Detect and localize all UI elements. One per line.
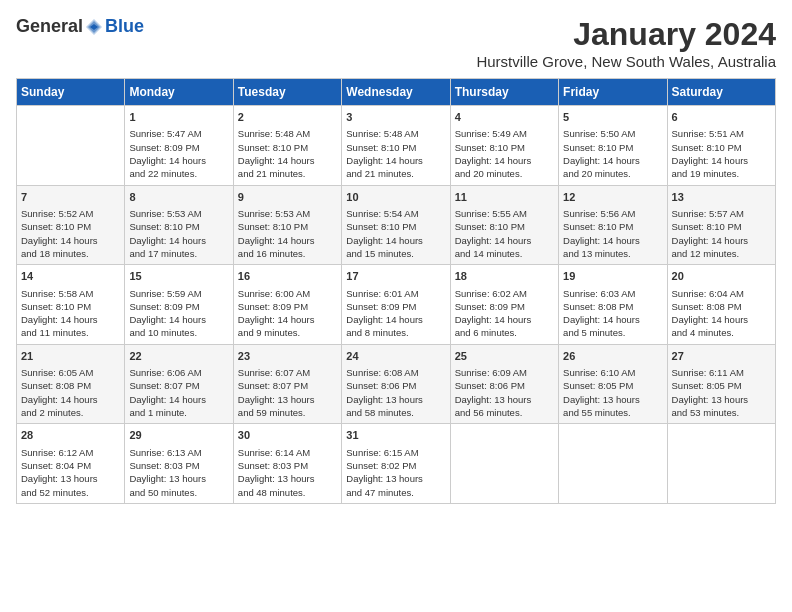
calendar-cell: 29Sunrise: 6:13 AM Sunset: 8:03 PM Dayli… bbox=[125, 424, 233, 504]
calendar-cell: 23Sunrise: 6:07 AM Sunset: 8:07 PM Dayli… bbox=[233, 344, 341, 424]
day-number: 9 bbox=[238, 190, 337, 205]
calendar-cell: 2Sunrise: 5:48 AM Sunset: 8:10 PM Daylig… bbox=[233, 106, 341, 186]
day-number: 20 bbox=[672, 269, 771, 284]
logo-general-text: General bbox=[16, 16, 83, 37]
day-number: 5 bbox=[563, 110, 662, 125]
calendar-cell: 9Sunrise: 5:53 AM Sunset: 8:10 PM Daylig… bbox=[233, 185, 341, 265]
day-number: 10 bbox=[346, 190, 445, 205]
day-info: Sunrise: 5:57 AM Sunset: 8:10 PM Dayligh… bbox=[672, 207, 771, 260]
day-number: 2 bbox=[238, 110, 337, 125]
day-number: 3 bbox=[346, 110, 445, 125]
day-number: 26 bbox=[563, 349, 662, 364]
calendar-cell: 27Sunrise: 6:11 AM Sunset: 8:05 PM Dayli… bbox=[667, 344, 775, 424]
column-header-wednesday: Wednesday bbox=[342, 79, 450, 106]
calendar-cell: 24Sunrise: 6:08 AM Sunset: 8:06 PM Dayli… bbox=[342, 344, 450, 424]
calendar-cell: 18Sunrise: 6:02 AM Sunset: 8:09 PM Dayli… bbox=[450, 265, 558, 345]
day-info: Sunrise: 6:02 AM Sunset: 8:09 PM Dayligh… bbox=[455, 287, 554, 340]
day-info: Sunrise: 5:48 AM Sunset: 8:10 PM Dayligh… bbox=[346, 127, 445, 180]
calendar-cell bbox=[667, 424, 775, 504]
calendar-cell: 13Sunrise: 5:57 AM Sunset: 8:10 PM Dayli… bbox=[667, 185, 775, 265]
day-info: Sunrise: 6:05 AM Sunset: 8:08 PM Dayligh… bbox=[21, 366, 120, 419]
calendar-cell bbox=[559, 424, 667, 504]
day-info: Sunrise: 5:59 AM Sunset: 8:09 PM Dayligh… bbox=[129, 287, 228, 340]
logo-icon bbox=[85, 18, 103, 36]
day-info: Sunrise: 6:14 AM Sunset: 8:03 PM Dayligh… bbox=[238, 446, 337, 499]
day-info: Sunrise: 5:51 AM Sunset: 8:10 PM Dayligh… bbox=[672, 127, 771, 180]
day-info: Sunrise: 5:52 AM Sunset: 8:10 PM Dayligh… bbox=[21, 207, 120, 260]
day-number: 23 bbox=[238, 349, 337, 364]
day-info: Sunrise: 6:07 AM Sunset: 8:07 PM Dayligh… bbox=[238, 366, 337, 419]
calendar-cell: 16Sunrise: 6:00 AM Sunset: 8:09 PM Dayli… bbox=[233, 265, 341, 345]
column-header-friday: Friday bbox=[559, 79, 667, 106]
day-info: Sunrise: 5:47 AM Sunset: 8:09 PM Dayligh… bbox=[129, 127, 228, 180]
day-info: Sunrise: 6:01 AM Sunset: 8:09 PM Dayligh… bbox=[346, 287, 445, 340]
day-info: Sunrise: 6:03 AM Sunset: 8:08 PM Dayligh… bbox=[563, 287, 662, 340]
calendar-cell: 12Sunrise: 5:56 AM Sunset: 8:10 PM Dayli… bbox=[559, 185, 667, 265]
calendar-cell: 11Sunrise: 5:55 AM Sunset: 8:10 PM Dayli… bbox=[450, 185, 558, 265]
column-header-thursday: Thursday bbox=[450, 79, 558, 106]
day-info: Sunrise: 6:15 AM Sunset: 8:02 PM Dayligh… bbox=[346, 446, 445, 499]
calendar-week-row: 1Sunrise: 5:47 AM Sunset: 8:09 PM Daylig… bbox=[17, 106, 776, 186]
column-header-saturday: Saturday bbox=[667, 79, 775, 106]
calendar-week-row: 7Sunrise: 5:52 AM Sunset: 8:10 PM Daylig… bbox=[17, 185, 776, 265]
day-info: Sunrise: 5:48 AM Sunset: 8:10 PM Dayligh… bbox=[238, 127, 337, 180]
day-number: 6 bbox=[672, 110, 771, 125]
day-number: 12 bbox=[563, 190, 662, 205]
calendar-cell: 30Sunrise: 6:14 AM Sunset: 8:03 PM Dayli… bbox=[233, 424, 341, 504]
calendar-cell: 10Sunrise: 5:54 AM Sunset: 8:10 PM Dayli… bbox=[342, 185, 450, 265]
day-info: Sunrise: 6:06 AM Sunset: 8:07 PM Dayligh… bbox=[129, 366, 228, 419]
page-title: January 2024 bbox=[476, 16, 776, 53]
calendar-week-row: 21Sunrise: 6:05 AM Sunset: 8:08 PM Dayli… bbox=[17, 344, 776, 424]
day-number: 4 bbox=[455, 110, 554, 125]
logo: General Blue bbox=[16, 16, 144, 37]
calendar-cell: 8Sunrise: 5:53 AM Sunset: 8:10 PM Daylig… bbox=[125, 185, 233, 265]
day-info: Sunrise: 6:09 AM Sunset: 8:06 PM Dayligh… bbox=[455, 366, 554, 419]
day-number: 30 bbox=[238, 428, 337, 443]
day-info: Sunrise: 5:49 AM Sunset: 8:10 PM Dayligh… bbox=[455, 127, 554, 180]
day-info: Sunrise: 5:55 AM Sunset: 8:10 PM Dayligh… bbox=[455, 207, 554, 260]
calendar-cell: 14Sunrise: 5:58 AM Sunset: 8:10 PM Dayli… bbox=[17, 265, 125, 345]
calendar-cell: 5Sunrise: 5:50 AM Sunset: 8:10 PM Daylig… bbox=[559, 106, 667, 186]
calendar-cell: 28Sunrise: 6:12 AM Sunset: 8:04 PM Dayli… bbox=[17, 424, 125, 504]
calendar-cell: 19Sunrise: 6:03 AM Sunset: 8:08 PM Dayli… bbox=[559, 265, 667, 345]
calendar-cell bbox=[450, 424, 558, 504]
column-header-sunday: Sunday bbox=[17, 79, 125, 106]
title-block: January 2024 Hurstville Grove, New South… bbox=[476, 16, 776, 70]
calendar-week-row: 28Sunrise: 6:12 AM Sunset: 8:04 PM Dayli… bbox=[17, 424, 776, 504]
day-number: 24 bbox=[346, 349, 445, 364]
calendar-cell: 31Sunrise: 6:15 AM Sunset: 8:02 PM Dayli… bbox=[342, 424, 450, 504]
day-number: 18 bbox=[455, 269, 554, 284]
calendar-cell: 4Sunrise: 5:49 AM Sunset: 8:10 PM Daylig… bbox=[450, 106, 558, 186]
day-number: 11 bbox=[455, 190, 554, 205]
calendar-cell bbox=[17, 106, 125, 186]
calendar-cell: 3Sunrise: 5:48 AM Sunset: 8:10 PM Daylig… bbox=[342, 106, 450, 186]
calendar-cell: 6Sunrise: 5:51 AM Sunset: 8:10 PM Daylig… bbox=[667, 106, 775, 186]
day-info: Sunrise: 5:58 AM Sunset: 8:10 PM Dayligh… bbox=[21, 287, 120, 340]
calendar-cell: 15Sunrise: 5:59 AM Sunset: 8:09 PM Dayli… bbox=[125, 265, 233, 345]
day-number: 31 bbox=[346, 428, 445, 443]
page-header: General Blue January 2024 Hurstville Gro… bbox=[16, 16, 776, 70]
day-info: Sunrise: 6:11 AM Sunset: 8:05 PM Dayligh… bbox=[672, 366, 771, 419]
day-info: Sunrise: 5:54 AM Sunset: 8:10 PM Dayligh… bbox=[346, 207, 445, 260]
day-info: Sunrise: 6:12 AM Sunset: 8:04 PM Dayligh… bbox=[21, 446, 120, 499]
day-number: 27 bbox=[672, 349, 771, 364]
day-number: 8 bbox=[129, 190, 228, 205]
calendar-cell: 22Sunrise: 6:06 AM Sunset: 8:07 PM Dayli… bbox=[125, 344, 233, 424]
calendar-cell: 7Sunrise: 5:52 AM Sunset: 8:10 PM Daylig… bbox=[17, 185, 125, 265]
day-info: Sunrise: 5:53 AM Sunset: 8:10 PM Dayligh… bbox=[238, 207, 337, 260]
day-info: Sunrise: 6:04 AM Sunset: 8:08 PM Dayligh… bbox=[672, 287, 771, 340]
day-info: Sunrise: 6:08 AM Sunset: 8:06 PM Dayligh… bbox=[346, 366, 445, 419]
column-header-tuesday: Tuesday bbox=[233, 79, 341, 106]
day-number: 28 bbox=[21, 428, 120, 443]
calendar-table: SundayMondayTuesdayWednesdayThursdayFrid… bbox=[16, 78, 776, 504]
day-number: 19 bbox=[563, 269, 662, 284]
day-info: Sunrise: 5:53 AM Sunset: 8:10 PM Dayligh… bbox=[129, 207, 228, 260]
calendar-cell: 21Sunrise: 6:05 AM Sunset: 8:08 PM Dayli… bbox=[17, 344, 125, 424]
day-info: Sunrise: 5:56 AM Sunset: 8:10 PM Dayligh… bbox=[563, 207, 662, 260]
calendar-cell: 25Sunrise: 6:09 AM Sunset: 8:06 PM Dayli… bbox=[450, 344, 558, 424]
day-number: 29 bbox=[129, 428, 228, 443]
day-info: Sunrise: 6:00 AM Sunset: 8:09 PM Dayligh… bbox=[238, 287, 337, 340]
day-number: 15 bbox=[129, 269, 228, 284]
day-number: 13 bbox=[672, 190, 771, 205]
day-info: Sunrise: 6:13 AM Sunset: 8:03 PM Dayligh… bbox=[129, 446, 228, 499]
